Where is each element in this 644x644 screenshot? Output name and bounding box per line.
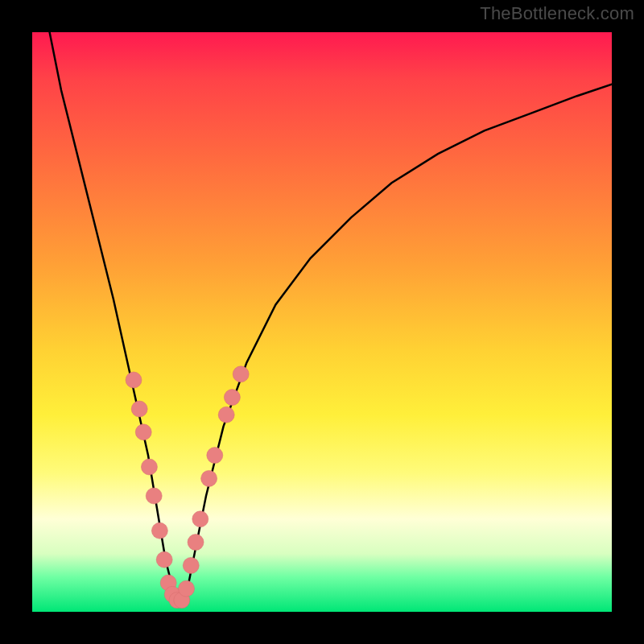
data-point (207, 448, 223, 464)
data-point (146, 488, 162, 504)
data-point (192, 511, 208, 527)
marker-group (126, 366, 249, 609)
chart-frame: TheBottleneck.com (0, 0, 644, 644)
watermark-text: TheBottleneck.com (480, 3, 634, 24)
chart-svg (32, 32, 612, 612)
bottleneck-curve (50, 32, 612, 601)
data-point (131, 401, 147, 417)
data-point (179, 580, 195, 597)
data-point (126, 372, 142, 388)
plot-area (32, 32, 612, 612)
data-point (218, 407, 234, 423)
data-point (233, 366, 249, 382)
data-point (224, 390, 240, 406)
data-point (188, 535, 204, 551)
data-point (135, 424, 151, 440)
data-point (151, 522, 167, 539)
data-point (183, 557, 199, 573)
data-point (141, 459, 157, 475)
data-point (156, 551, 172, 568)
data-point (201, 470, 217, 486)
